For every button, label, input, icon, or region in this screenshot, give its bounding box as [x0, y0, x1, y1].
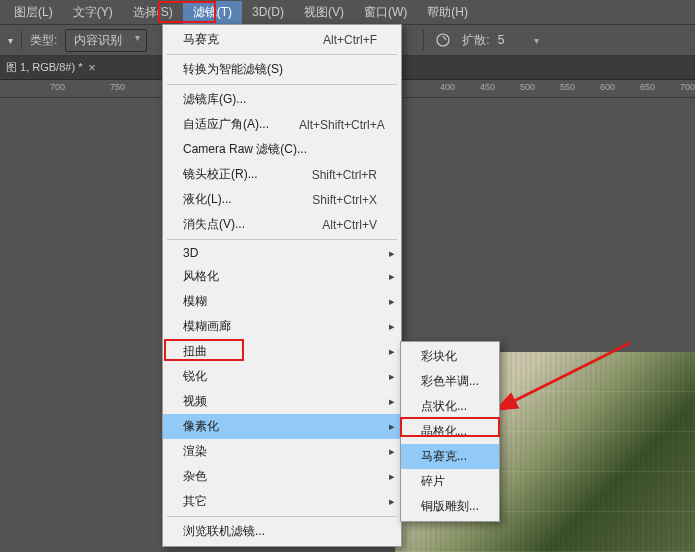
menu-item-label: 视频 [183, 393, 207, 410]
menu-item-label: 铜版雕刻... [421, 498, 479, 515]
menu-item[interactable]: 文字(Y) [63, 1, 123, 24]
menu-item[interactable]: 视频 [163, 389, 401, 414]
main-menubar: 图层(L)文字(Y)选择(S)滤镜(T)3D(D)视图(V)窗口(W)帮助(H) [0, 0, 695, 24]
menu-item[interactable]: 锐化 [163, 364, 401, 389]
menu-item-label: 彩色半调... [421, 373, 479, 390]
menu-item[interactable]: 液化(L)...Shift+Ctrl+X [163, 187, 401, 212]
pixelate-submenu: 彩块化彩色半调...点状化...晶格化...马赛克...碎片铜版雕刻... [400, 341, 500, 522]
menu-item-shortcut: Alt+Ctrl+V [322, 218, 377, 232]
menu-item[interactable]: 选择(S) [123, 1, 183, 24]
document-tab[interactable]: 图 1, RGB/8#) * [6, 60, 82, 75]
menu-item[interactable]: 3D(D) [242, 2, 294, 22]
menu-item-label: 晶格化... [421, 423, 467, 440]
menu-item-label: 彩块化 [421, 348, 457, 365]
menu-item[interactable]: 马赛克... [401, 444, 499, 469]
svg-point-0 [437, 34, 449, 46]
separator [423, 30, 424, 50]
menu-item[interactable]: 其它 [163, 489, 401, 514]
spread-label: 扩散: [462, 32, 489, 49]
ruler-tick: 650 [640, 82, 655, 92]
ruler-tick: 400 [440, 82, 455, 92]
menu-item[interactable]: 扭曲 [163, 339, 401, 364]
menu-item[interactable]: 彩块化 [401, 344, 499, 369]
menu-item[interactable]: 滤镜库(G)... [163, 87, 401, 112]
type-select[interactable]: 内容识别 [65, 29, 147, 52]
menu-item-label: 马赛克 [183, 31, 219, 48]
toolbar-options-dropdown[interactable] [4, 33, 13, 47]
menu-item[interactable]: 模糊 [163, 289, 401, 314]
menu-item-label: 模糊 [183, 293, 207, 310]
menu-separator [167, 239, 397, 240]
type-label: 类型: [30, 32, 57, 49]
ruler-tick: 600 [600, 82, 615, 92]
menu-item-label: 风格化 [183, 268, 219, 285]
menu-item-label: 转换为智能滤镜(S) [183, 61, 283, 78]
menu-item[interactable]: 消失点(V)...Alt+Ctrl+V [163, 212, 401, 237]
menu-item[interactable]: 镜头校正(R)...Shift+Ctrl+R [163, 162, 401, 187]
menu-item[interactable]: Camera Raw 滤镜(C)... [163, 137, 401, 162]
menu-item[interactable]: 模糊画廊 [163, 314, 401, 339]
menu-item-label: 滤镜库(G)... [183, 91, 246, 108]
spread-dropdown-arrow[interactable]: ▾ [534, 35, 539, 46]
menu-item-shortcut: Shift+Ctrl+X [312, 193, 377, 207]
menu-item[interactable]: 风格化 [163, 264, 401, 289]
menu-item-label: 扭曲 [183, 343, 207, 360]
menu-item[interactable]: 铜版雕刻... [401, 494, 499, 519]
type-select-value: 内容识别 [74, 33, 122, 47]
menu-item[interactable]: 滤镜(T) [183, 1, 242, 24]
menu-item-label: 碎片 [421, 473, 445, 490]
menu-item-label: 像素化 [183, 418, 219, 435]
menu-item-label: 杂色 [183, 468, 207, 485]
ruler-tick: 550 [560, 82, 575, 92]
ruler-tick: 450 [480, 82, 495, 92]
menu-item-shortcut: Shift+Ctrl+R [312, 168, 377, 182]
filter-menu-dropdown: 马赛克Alt+Ctrl+F转换为智能滤镜(S)滤镜库(G)...自适应广角(A)… [162, 24, 402, 547]
menu-item[interactable]: 转换为智能滤镜(S) [163, 57, 401, 82]
menu-item-label: 液化(L)... [183, 191, 232, 208]
menu-item[interactable]: 马赛克Alt+Ctrl+F [163, 27, 401, 52]
menu-item-label: 自适应广角(A)... [183, 116, 269, 133]
menu-item[interactable]: 窗口(W) [354, 1, 417, 24]
ruler-tick: 500 [520, 82, 535, 92]
menu-item-shortcut: Alt+Ctrl+F [323, 33, 377, 47]
close-icon[interactable]: × [88, 61, 95, 75]
ruler-tick: 750 [110, 82, 125, 92]
menu-item-label: 3D [183, 246, 198, 260]
ruler-tick: 700 [680, 82, 695, 92]
menu-item[interactable]: 浏览联机滤镜... [163, 519, 401, 544]
menu-item-shortcut: Alt+Shift+Ctrl+A [299, 118, 385, 132]
menu-item[interactable]: 帮助(H) [417, 1, 478, 24]
menu-item[interactable]: 彩色半调... [401, 369, 499, 394]
menu-item[interactable]: 碎片 [401, 469, 499, 494]
menu-separator [167, 84, 397, 85]
menu-item[interactable]: 杂色 [163, 464, 401, 489]
menu-item-label: 其它 [183, 493, 207, 510]
menu-item[interactable]: 3D [163, 242, 401, 264]
menu-item-label: 锐化 [183, 368, 207, 385]
menu-item[interactable]: 像素化 [163, 414, 401, 439]
menu-item-label: 渲染 [183, 443, 207, 460]
menu-separator [167, 54, 397, 55]
spread-input[interactable] [498, 33, 526, 47]
menu-item[interactable]: 图层(L) [4, 1, 63, 24]
menu-item-label: 马赛克... [421, 448, 467, 465]
menu-item[interactable]: 晶格化... [401, 419, 499, 444]
menu-item-label: 点状化... [421, 398, 467, 415]
menu-item-label: 浏览联机滤镜... [183, 523, 265, 540]
menu-item-label: 模糊画廊 [183, 318, 231, 335]
menu-item-label: 镜头校正(R)... [183, 166, 258, 183]
menu-item[interactable]: 视图(V) [294, 1, 354, 24]
menu-item[interactable]: 点状化... [401, 394, 499, 419]
menu-item-label: 消失点(V)... [183, 216, 245, 233]
ruler-tick: 700 [50, 82, 65, 92]
separator [21, 30, 22, 50]
menu-item[interactable]: 渲染 [163, 439, 401, 464]
menu-separator [167, 516, 397, 517]
brush-settings-icon[interactable] [432, 29, 454, 51]
menu-item[interactable]: 自适应广角(A)...Alt+Shift+Ctrl+A [163, 112, 401, 137]
menu-item-label: Camera Raw 滤镜(C)... [183, 141, 307, 158]
